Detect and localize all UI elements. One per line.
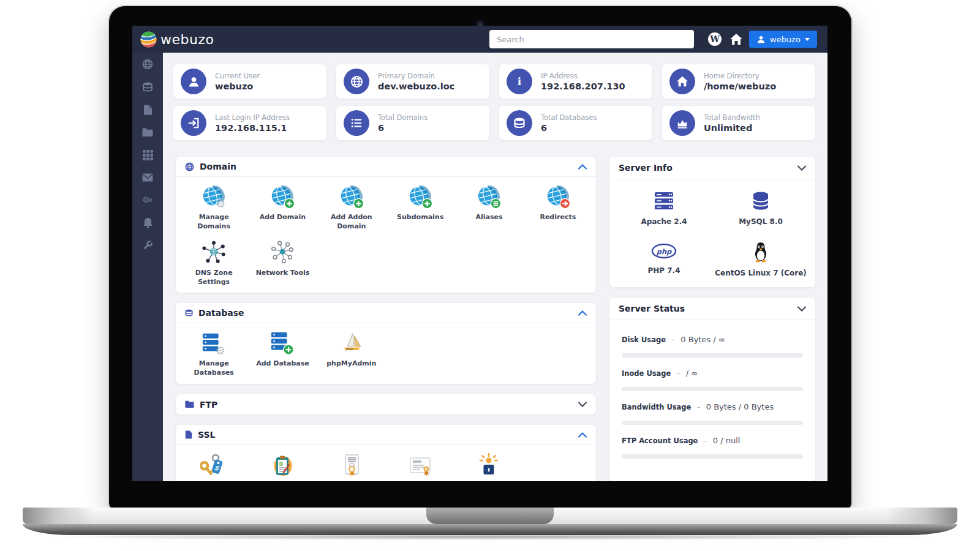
file-icon	[185, 430, 192, 439]
server-status-items: Disk Usage - 0 Bytes / ∞ Inode Usage	[609, 320, 815, 471]
private-keys-icon: S	[200, 452, 227, 479]
globe-icon	[350, 75, 363, 88]
stat-label: Total Domains	[378, 113, 428, 122]
globe-plus-icon	[339, 184, 364, 210]
domain-panel-header[interactable]: Domain	[176, 157, 596, 177]
globe-list-icon	[476, 184, 502, 210]
server-info-mysql: MySQL 8.0	[712, 190, 809, 226]
home-icon[interactable]	[729, 32, 743, 46]
svg-text:⚙: ⚙	[216, 345, 225, 357]
network-tools-icon	[270, 240, 295, 266]
svg-text:⚙: ⚙	[148, 197, 153, 203]
panel-title: Domain	[200, 162, 236, 171]
stat-label: Total Databases	[541, 113, 597, 122]
item-certificate[interactable]: Certificate	[317, 452, 386, 481]
server-status-header[interactable]: Server Status	[609, 298, 815, 320]
stat-card-total-domains[interactable]: Total Domains 6	[336, 106, 489, 140]
left-sidebar: ⚙ ⚙	[132, 53, 163, 481]
stat-label: Current User	[215, 72, 260, 80]
chevron-up-icon[interactable]	[578, 432, 587, 438]
item-subdomains[interactable]: Subdomains	[386, 184, 454, 231]
globe-plus-icon	[407, 184, 433, 210]
progress-bar	[622, 353, 803, 358]
sidebar-item-domains[interactable]	[142, 59, 153, 70]
sidebar-item-settings[interactable]: ⚙ ⚙	[142, 195, 153, 206]
stat-card-total-databases[interactable]: Total Databases 6	[499, 106, 652, 140]
item-install-certificate[interactable]: Install Certificate	[386, 452, 454, 481]
item-add-database[interactable]: Add Database	[248, 331, 317, 378]
sidebar-item-email[interactable]	[142, 172, 153, 183]
stat-card-ip-address[interactable]: i IP Address 192.168.207.130	[499, 64, 652, 99]
chevron-up-icon[interactable]	[578, 310, 587, 316]
database-items: ⚙ Manage Databases	[176, 323, 596, 384]
ftp-panel: FTP	[176, 394, 596, 414]
stat-label: Total Bandwidth	[704, 113, 760, 122]
sidebar-item-folders[interactable]	[142, 127, 153, 138]
ssl-panel: SSL	[176, 425, 596, 481]
stat-card-home-directory[interactable]: Home Directory /home/webuzo	[662, 64, 815, 99]
sidebar-item-databases[interactable]	[142, 81, 153, 92]
stat-card-current-user[interactable]: Current User webuzo	[173, 64, 326, 99]
wrench-icon	[142, 240, 153, 251]
webuzo-logo[interactable]: webuzo	[132, 31, 273, 48]
item-add-addon-domain[interactable]: Add Addon Domain	[317, 184, 386, 231]
item-phpmyadmin[interactable]: php phpMyAdmin	[317, 331, 386, 378]
caret-down-icon	[805, 38, 810, 41]
item-add-domain[interactable]: Add Domain	[248, 184, 317, 231]
status-row-ftp: FTP Account Usage - 0 / null	[622, 425, 803, 459]
server-info-apache: Apache 2.4	[616, 190, 712, 226]
item-cert-signing[interactable]: Cert Signing	[248, 452, 317, 481]
wordpress-icon[interactable]: W	[707, 32, 722, 47]
panel-title: FTP	[200, 400, 217, 410]
item-manage-domains[interactable]: ⚙ Manage Domains	[179, 184, 248, 231]
chevron-up-icon[interactable]	[578, 164, 587, 170]
file-icon	[143, 105, 153, 115]
item-manage-databases[interactable]: ⚙ Manage Databases	[179, 331, 248, 378]
database-panel-header[interactable]: Database	[176, 303, 596, 323]
folder-icon	[185, 400, 194, 408]
item-network-tools[interactable]: Network Tools	[248, 240, 317, 287]
stat-card-total-bandwidth[interactable]: Total Bandwidth Unlimited	[662, 106, 815, 140]
mail-icon	[142, 173, 153, 182]
info-icon: i	[513, 75, 526, 88]
domain-items: ⚙ Manage Domains	[176, 177, 596, 293]
sidebar-item-notifications[interactable]	[142, 217, 153, 228]
database-icon	[185, 309, 193, 318]
linux-penguin-icon	[752, 242, 770, 263]
top-navbar: webuzo W	[132, 26, 827, 53]
apps-grid-icon	[143, 150, 153, 160]
ssl-panel-header[interactable]: SSL	[176, 425, 596, 445]
chevron-down-icon[interactable]	[797, 306, 806, 312]
item-lets-encrypt[interactable]: Lets Encrypt	[454, 452, 523, 481]
domain-panel: Domain	[176, 157, 596, 293]
search-input[interactable]	[489, 30, 694, 48]
server-info-header[interactable]: Server Info	[609, 157, 815, 179]
server-status-panel: Server Status Disk Usage	[609, 298, 815, 481]
database-icon	[142, 81, 153, 92]
globe-icon	[142, 59, 153, 70]
chevron-down-icon[interactable]	[797, 165, 806, 171]
chevron-down-icon[interactable]	[578, 402, 587, 407]
sidebar-item-apps[interactable]	[142, 149, 153, 160]
lets-encrypt-icon	[475, 452, 502, 479]
panel-title: Server Info	[619, 163, 673, 173]
user-menu-button[interactable]: webuzo	[749, 31, 817, 48]
sidebar-item-tools[interactable]	[142, 240, 153, 251]
status-row-bandwidth: Bandwidth Usage - 0 Bytes / 0 Bytes	[622, 391, 803, 425]
stat-value: /home/webuzo	[704, 81, 776, 91]
ftp-panel-header[interactable]: FTP	[176, 394, 596, 414]
list-icon	[350, 117, 363, 129]
item-private-keys[interactable]: S Private Keys	[179, 452, 248, 481]
install-certificate-icon	[407, 452, 434, 479]
item-redirects[interactable]: Redirects	[524, 184, 592, 231]
sidebar-item-files[interactable]	[142, 104, 153, 115]
stat-card-last-login-ip[interactable]: Last Login IP Address 192.168.115.1	[173, 106, 326, 140]
folder-icon	[142, 128, 153, 137]
item-dns-zone-settings[interactable]: DNS Zone Settings	[179, 240, 248, 287]
certificate-icon	[338, 452, 365, 479]
stat-label: IP Address	[541, 72, 625, 80]
server-info-php: php PHP 7.4	[616, 242, 712, 277]
stat-card-primary-domain[interactable]: Primary Domain dev.webuzo.loc	[336, 64, 489, 99]
item-aliases[interactable]: Aliases	[454, 184, 523, 231]
database-icon	[513, 117, 526, 129]
